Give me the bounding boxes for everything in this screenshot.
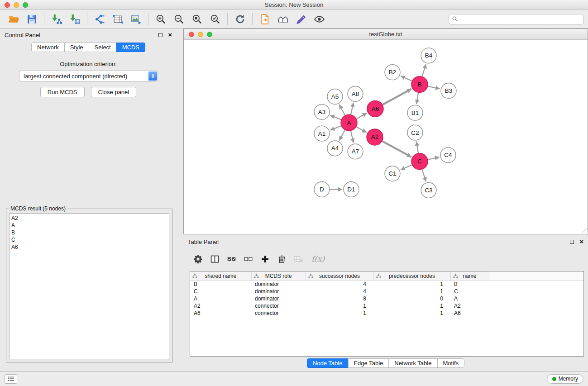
- memory-button[interactable]: Memory: [547, 374, 583, 384]
- tab-style[interactable]: Style: [64, 43, 89, 52]
- table-cell[interactable]: C: [190, 288, 251, 295]
- add-row-button[interactable]: [257, 251, 273, 267]
- column-header-name[interactable]: name: [450, 272, 489, 281]
- column-header-mcds-role[interactable]: MCDS role: [251, 272, 306, 281]
- search-input[interactable]: [460, 16, 580, 22]
- delete-rows-button[interactable]: [273, 251, 290, 267]
- node-A4[interactable]: A4: [327, 141, 343, 156]
- table-cell[interactable]: 1: [373, 302, 450, 310]
- table-row[interactable]: Adominator80A: [190, 295, 583, 302]
- node-A1[interactable]: A1: [314, 126, 330, 141]
- edge-A-A8[interactable]: [351, 103, 354, 114]
- table-cell[interactable]: 8: [306, 295, 373, 302]
- node-B2[interactable]: B2: [385, 65, 400, 80]
- zoom-in-button[interactable]: [152, 11, 170, 27]
- close-panel-button[interactable]: Close panel: [91, 87, 137, 97]
- panel-menu-button[interactable]: [5, 374, 17, 384]
- run-mcds-button[interactable]: Run MCDS: [40, 87, 85, 97]
- table-cell[interactable]: 1: [306, 302, 373, 310]
- node-D1[interactable]: D1: [344, 182, 359, 197]
- tab-edge-table[interactable]: Edge Table: [348, 358, 389, 368]
- import-table-from-file-button[interactable]: [66, 11, 84, 27]
- node-B1[interactable]: B1: [407, 105, 423, 120]
- zoom-window-button[interactable]: [23, 2, 28, 8]
- network-close-button[interactable]: [189, 32, 194, 37]
- search-box[interactable]: [449, 14, 583, 24]
- network-graph[interactable]: B4B2BB3A5A8A6B1A3AC2A1A2A4A7CC4C1C3DD1: [184, 40, 588, 234]
- network-minimize-button[interactable]: [198, 32, 203, 37]
- minimize-window-button[interactable]: [14, 2, 19, 8]
- result-item[interactable]: A: [11, 222, 167, 229]
- node-table-container[interactable]: shared nameMCDS rolesuccessor nodesprede…: [190, 271, 584, 357]
- edge-A-A2[interactable]: [357, 127, 367, 132]
- mcds-result-list[interactable]: A2ABCA6: [9, 213, 169, 359]
- table-cell[interactable]: connector: [251, 310, 306, 317]
- edge-C-C3[interactable]: [422, 170, 426, 182]
- network-zoom-button[interactable]: [207, 32, 212, 37]
- import-table-from-url-button[interactable]: [109, 11, 127, 27]
- result-item[interactable]: C: [11, 236, 167, 243]
- node-A[interactable]: A: [341, 114, 357, 131]
- table-row[interactable]: A6connector11A6: [190, 310, 583, 317]
- edge-B-B1[interactable]: [416, 93, 418, 104]
- edge-A6-B[interactable]: [383, 89, 411, 105]
- edge-A-A6[interactable]: [357, 113, 367, 119]
- zoom-out-button[interactable]: [170, 11, 188, 27]
- table-row[interactable]: Cdominator41C: [190, 288, 583, 295]
- node-A3[interactable]: A3: [314, 104, 330, 119]
- refresh-view-button[interactable]: [231, 11, 249, 27]
- open-session-button[interactable]: [5, 11, 23, 27]
- node-B4[interactable]: B4: [421, 48, 436, 63]
- node-C4[interactable]: C4: [440, 148, 456, 163]
- node-A8[interactable]: A8: [348, 86, 363, 102]
- edge-A-A3[interactable]: [330, 115, 341, 119]
- node-A7[interactable]: A7: [348, 144, 363, 159]
- node-C3[interactable]: C3: [421, 183, 436, 198]
- table-cell[interactable]: B: [450, 281, 489, 288]
- export-network-button[interactable]: [256, 11, 274, 27]
- close-table-panel-icon[interactable]: ×: [579, 239, 583, 244]
- table-cell[interactable]: 1: [373, 281, 450, 288]
- select-all-button[interactable]: [223, 251, 240, 267]
- show-graphics-details-button[interactable]: [310, 11, 328, 27]
- table-row[interactable]: A2connector11A2: [190, 302, 583, 310]
- show-columns-button[interactable]: [206, 251, 223, 267]
- export-network-image-button[interactable]: [127, 11, 145, 27]
- node-C[interactable]: C: [411, 153, 428, 170]
- import-network-from-file-button[interactable]: [48, 11, 66, 27]
- network-canvas[interactable]: B4B2BB3A5A8A6B1A3AC2A1A2A4A7CC4C1C3DD1: [184, 40, 588, 234]
- result-item[interactable]: B: [11, 229, 167, 236]
- table-cell[interactable]: A6: [450, 310, 489, 317]
- tab-select[interactable]: Select: [89, 43, 117, 52]
- tab-mcds[interactable]: MCDS: [116, 43, 145, 52]
- table-row[interactable]: Bdominator41B: [190, 281, 583, 288]
- edge-B-B2[interactable]: [401, 76, 411, 81]
- zoom-fit-button[interactable]: [188, 11, 206, 27]
- optimization-select[interactable]: largest connected component (directed): [19, 71, 158, 81]
- table-cell[interactable]: A2: [190, 302, 251, 310]
- tab-network[interactable]: Network: [31, 43, 65, 52]
- edge-A-A1[interactable]: [330, 126, 341, 130]
- edge-A-A5[interactable]: [339, 105, 345, 115]
- node-D[interactable]: D: [314, 182, 330, 197]
- function-builder-button[interactable]: f(x): [311, 254, 325, 263]
- tab-node-table[interactable]: Node Table: [307, 358, 349, 368]
- import-network-from-url-button[interactable]: [91, 11, 109, 27]
- edge-A-A7[interactable]: [351, 131, 354, 143]
- node-A2[interactable]: A2: [367, 129, 383, 145]
- result-item[interactable]: A2: [11, 214, 167, 222]
- table-cell[interactable]: 1: [306, 310, 373, 317]
- table-cell[interactable]: A6: [190, 310, 251, 317]
- result-item[interactable]: A6: [11, 243, 167, 251]
- resize-handle[interactable]: [582, 228, 587, 234]
- table-cell[interactable]: 1: [373, 288, 450, 295]
- deselect-all-button[interactable]: [240, 251, 257, 267]
- show-all-networks-button[interactable]: [274, 11, 292, 27]
- table-cell[interactable]: 4: [306, 281, 373, 288]
- table-cell[interactable]: C: [450, 288, 489, 295]
- float-panel-icon[interactable]: [158, 33, 163, 37]
- edge-C-C4[interactable]: [428, 157, 440, 160]
- tab-network-table[interactable]: Network Table: [388, 358, 437, 368]
- edge-C-C1[interactable]: [401, 165, 411, 170]
- edge-B-B3[interactable]: [428, 86, 440, 89]
